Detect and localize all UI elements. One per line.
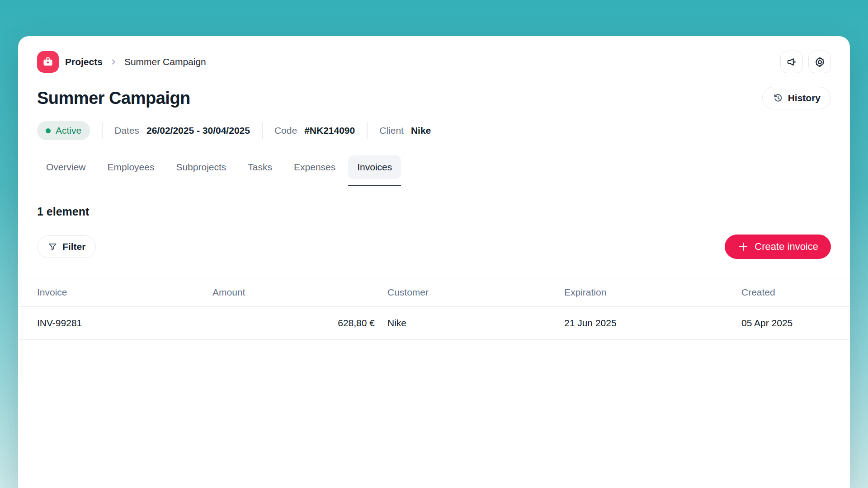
tab-subprojects[interactable]: Subprojects <box>167 155 235 179</box>
meta-value: #NK214090 <box>304 125 355 136</box>
tab-invoices[interactable]: Invoices <box>348 155 401 179</box>
chevron-right-icon <box>109 57 118 66</box>
tab-employees[interactable]: Employees <box>99 155 164 179</box>
cell-created: 05 Apr 2025 <box>741 307 850 340</box>
cell-invoice-number[interactable]: INV-99281 <box>18 307 212 340</box>
column-header-expiration[interactable]: Expiration <box>564 278 741 307</box>
filter-button-label: Filter <box>62 241 85 252</box>
meta-client: Client Nike <box>379 125 431 136</box>
meta-row: Active Dates 26/02/2025 - 30/04/2025 Cod… <box>37 121 831 140</box>
create-invoice-button[interactable]: Create invoice <box>725 235 831 259</box>
divider <box>367 122 368 139</box>
breadcrumb-current: Summer Campaign <box>124 56 206 67</box>
invoices-table: Invoice Amount Customer Expiration Creat… <box>18 278 850 340</box>
cell-expiration: 21 Jun 2025 <box>564 307 741 340</box>
tab-expenses[interactable]: Expenses <box>285 155 344 179</box>
settings-button[interactable] <box>808 51 831 73</box>
title-row: Summer Campaign History <box>37 87 831 109</box>
cell-customer: Nike <box>387 307 564 340</box>
meta-label: Dates <box>114 125 139 136</box>
filter-button[interactable]: Filter <box>37 235 96 258</box>
cell-amount: 628,80 € <box>212 307 387 340</box>
history-button-label: History <box>788 93 821 103</box>
status-dot-icon <box>46 128 51 133</box>
page-title: Summer Campaign <box>37 89 190 108</box>
status-label: Active <box>56 125 81 136</box>
table-row[interactable]: INV-99281 628,80 € Nike 21 Jun 2025 05 A… <box>18 307 850 340</box>
announcements-button[interactable] <box>780 51 803 73</box>
meta-value: Nike <box>411 125 431 136</box>
meta-dates: Dates 26/02/2025 - 30/04/2025 <box>114 125 250 136</box>
meta-value: 26/02/2025 - 30/04/2025 <box>146 125 250 136</box>
element-count: 1 element <box>37 205 831 218</box>
column-header-customer[interactable]: Customer <box>387 278 564 307</box>
megaphone-icon <box>786 56 797 68</box>
table-header-row: Invoice Amount Customer Expiration Creat… <box>18 278 850 307</box>
breadcrumb-projects-link[interactable]: Projects <box>65 56 103 67</box>
breadcrumb: Projects Summer Campaign <box>37 51 206 73</box>
history-button[interactable]: History <box>762 87 831 109</box>
column-header-created[interactable]: Created <box>741 278 850 307</box>
history-clock-icon <box>773 93 783 103</box>
funnel-icon <box>47 242 58 252</box>
projects-briefcase-icon[interactable] <box>37 51 59 73</box>
status-badge: Active <box>37 121 90 140</box>
meta-code: Code #NK214090 <box>274 125 355 136</box>
project-card: Projects Summer Campaign Summer Ca <box>18 36 850 488</box>
tab-bar: Overview Employees Subprojects Tasks Exp… <box>18 155 850 186</box>
gear-icon <box>814 56 826 68</box>
plus-icon <box>737 241 749 253</box>
column-header-invoice[interactable]: Invoice <box>18 278 212 307</box>
toolbar: Filter Create invoice <box>37 235 831 259</box>
meta-label: Code <box>274 125 297 136</box>
tab-tasks[interactable]: Tasks <box>239 155 281 179</box>
divider <box>262 122 263 139</box>
create-invoice-label: Create invoice <box>755 241 818 253</box>
divider <box>102 122 103 139</box>
header-actions <box>780 51 831 73</box>
top-bar: Projects Summer Campaign <box>37 51 831 73</box>
column-header-amount[interactable]: Amount <box>212 278 387 307</box>
tab-overview[interactable]: Overview <box>37 155 95 179</box>
meta-label: Client <box>379 125 404 136</box>
